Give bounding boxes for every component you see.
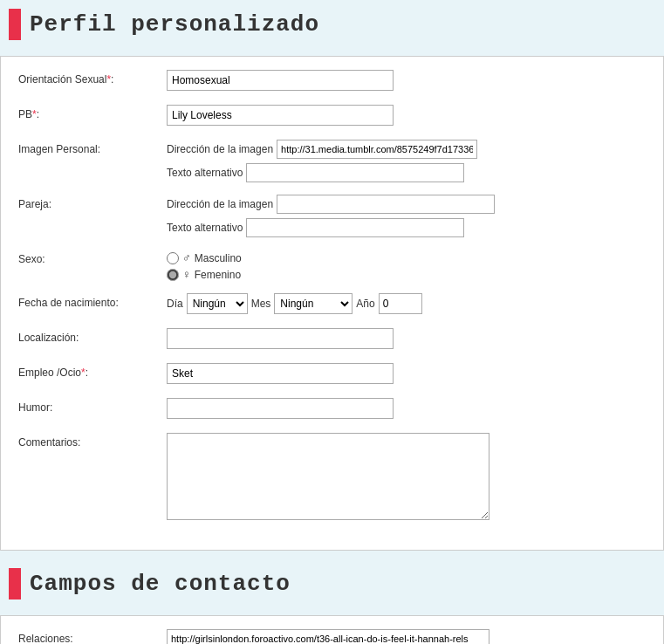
- empleo-control: [167, 363, 654, 384]
- contacto-section-title: Campos de contacto: [0, 568, 664, 599]
- imagen-dir-row: Dirección de la imagen: [167, 140, 654, 159]
- localizacion-label: Localización:: [10, 328, 167, 344]
- sexo-femenino-radio[interactable]: [167, 269, 179, 281]
- pareja-dir-input[interactable]: [277, 195, 495, 214]
- contacto-title-text: Campos de contacto: [30, 571, 291, 597]
- imagen-label: Imagen Personal:: [10, 140, 167, 155]
- masculino-icon: ♂: [182, 251, 191, 264]
- comentarios-row: Comentarios:: [10, 433, 654, 520]
- perfil-title-bar: [9, 9, 21, 40]
- pareja-dir-label: Dirección de la imagen: [167, 198, 273, 210]
- imagen-dir-label: Dirección de la imagen: [167, 143, 273, 155]
- imagen-alt-input[interactable]: [246, 163, 464, 182]
- imagen-row: Imagen Personal: Dirección de la imagen …: [10, 140, 654, 182]
- humor-control: [167, 398, 654, 419]
- pb-label: PB*:: [10, 105, 167, 120]
- comentarios-control: [167, 433, 654, 520]
- anio-input[interactable]: [379, 293, 422, 314]
- imagen-alt-row: Texto alternativo: [167, 163, 654, 182]
- pb-row: PB*:: [10, 105, 654, 127]
- imagen-control: Dirección de la imagen Texto alternativo: [167, 140, 654, 182]
- orientacion-label: Orientación Sexual*:: [10, 70, 167, 86]
- orientacion-control: [167, 70, 654, 91]
- pareja-alt-label: Texto alternativo: [167, 222, 243, 234]
- sexo-femenino-option[interactable]: ♀ Femenino: [167, 268, 242, 281]
- comentarios-textarea[interactable]: [167, 433, 489, 520]
- empleo-label: Empleo /Ocio*:: [10, 363, 167, 379]
- pb-control: [167, 105, 654, 126]
- empleo-row: Empleo /Ocio*:: [10, 363, 654, 386]
- perfil-form: Orientación Sexual*: PB*: Imagen Persona…: [0, 56, 664, 551]
- dia-label: Día: [167, 298, 183, 310]
- sexo-masculino-label: Masculino: [195, 252, 242, 264]
- sexo-femenino-label: Femenino: [195, 269, 241, 281]
- dia-select[interactable]: Ningún1234567891011121314151617181920212…: [187, 293, 248, 314]
- empleo-input[interactable]: [167, 363, 394, 384]
- perfil-title-text: Perfil personalizado: [30, 11, 319, 38]
- relaciones-row: Relaciones: Link a relaciones: [10, 629, 654, 644]
- page-wrapper: Perfil personalizado Orientación Sexual*…: [0, 0, 664, 644]
- sexo-label: Sexo:: [10, 250, 167, 265]
- localizacion-input[interactable]: [167, 328, 394, 349]
- orientacion-row: Orientación Sexual*:: [10, 70, 654, 92]
- humor-label: Humor:: [10, 398, 167, 414]
- mes-select[interactable]: NingúnEneroFebreroMarzoAbrilMayoJunioJul…: [274, 293, 353, 314]
- contacto-title-bar: [9, 568, 21, 599]
- pb-input[interactable]: [167, 105, 394, 126]
- pareja-label: Pareja:: [10, 195, 167, 210]
- humor-input[interactable]: [167, 398, 394, 419]
- comentarios-label: Comentarios:: [10, 433, 167, 449]
- pareja-row: Pareja: Dirección de la imagen Texto alt…: [10, 195, 654, 237]
- mes-label: Mes: [251, 298, 271, 310]
- imagen-dir-input[interactable]: [277, 140, 477, 159]
- pareja-alt-row: Texto alternativo: [167, 218, 654, 237]
- fecha-label: Fecha de nacimiento:: [10, 293, 167, 309]
- imagen-alt-label: Texto alternativo: [167, 167, 243, 179]
- orientacion-input[interactable]: [167, 70, 394, 91]
- sexo-row: Sexo: ♂ Masculino ♀ Femenino: [10, 250, 654, 281]
- sexo-masculino-option[interactable]: ♂ Masculino: [167, 251, 242, 264]
- perfil-section-title: Perfil personalizado: [0, 9, 664, 40]
- pareja-alt-input[interactable]: [246, 218, 464, 237]
- sexo-masculino-radio[interactable]: [167, 252, 179, 264]
- sexo-control: ♂ Masculino ♀ Femenino: [167, 250, 242, 281]
- localizacion-control: [167, 328, 654, 349]
- fecha-row: Fecha de nacimiento: Día Ningún123456789…: [10, 293, 654, 316]
- pareja-dir-row: Dirección de la imagen: [167, 195, 654, 214]
- pareja-control: Dirección de la imagen Texto alternativo: [167, 195, 654, 237]
- anio-label: Año: [356, 298, 374, 310]
- fecha-control: Día Ningún123456789101112131415161718192…: [167, 293, 422, 314]
- relaciones-url-input[interactable]: [167, 629, 489, 644]
- femenino-icon: ♀: [182, 268, 191, 281]
- relaciones-label: Relaciones:: [10, 629, 167, 644]
- humor-row: Humor:: [10, 398, 654, 421]
- contacto-form: Relaciones: Link a relaciones Ficha: Lin…: [0, 615, 664, 644]
- localizacion-row: Localización:: [10, 328, 654, 351]
- relaciones-control: Link a relaciones: [167, 629, 489, 644]
